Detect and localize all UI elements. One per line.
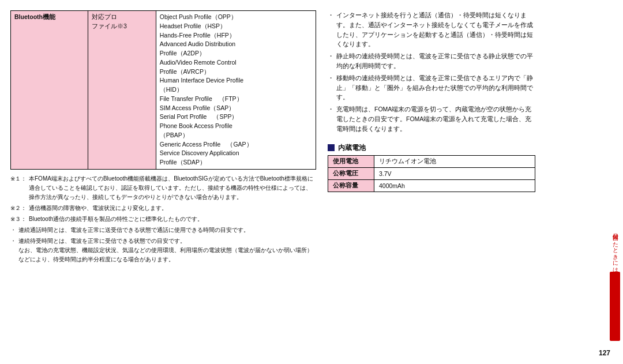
profile-1: Object Push Profile（OPP） [160, 13, 237, 20]
battery-row-2: 公称電圧 3.7V [328, 167, 535, 179]
footnote-4: ・ 連続通話時間とは、電波を正常に送受信できる状態で通話に使用できる時間の目安で… [10, 226, 316, 235]
footnote-mark-3: ※３： [10, 215, 27, 224]
right-sidebar: 付録 困ったときには [607, 0, 623, 364]
battery-value-3: 4000mAh [374, 179, 535, 192]
profile-4: Advanced Audio DistributionProfile（A2DP） [160, 40, 235, 57]
battery-value-1: リチウムイオン電池 [374, 155, 535, 167]
profile-7: File Transfer Profile （FTP） [160, 95, 243, 102]
bullet-dot-3: ・ [328, 73, 334, 102]
battery-value-2: 3.7V [374, 167, 535, 179]
bullet-item-1: ・ インターネット接続を行うと通話（通信）・待受時間は短くなります。また、通話や… [328, 10, 535, 49]
page-container: Bluetooth機能 対応プロファイル※3 Object Push Profi… [0, 0, 623, 364]
footnote-text-4: 連続通話時間とは、電波を正常に送受信できる状態で通話に使用できる時間の目安です。 [18, 226, 249, 235]
footnote-text-5: 連続待受時間とは、電波を正常に受信できる状態での目安です。なお、電池の充電状態、… [18, 237, 316, 264]
battery-square-icon [328, 144, 335, 151]
battery-label-3: 公称容量 [328, 179, 374, 192]
bullet-dot-2: ・ [328, 51, 334, 71]
footnote-1: ※１： 本FOMA端末およびすべてのBluetooth機能搭載機器は、Bluet… [10, 174, 316, 202]
content-row: Bluetooth機能 対応プロファイル※3 Object Push Profi… [10, 10, 593, 354]
profile-2: Headset Profile（HSP） [160, 22, 226, 29]
footnote-mark-1: ※１： [10, 174, 27, 202]
battery-table: 使用電池 リチウムイオン電池 公称電圧 3.7V 公称容量 4000mAh [328, 155, 535, 192]
bullet-text-1: インターネット接続を行うと通話（通信）・待受時間は短くなります。また、通話やイン… [336, 10, 535, 49]
sidebar-red-bar [610, 272, 620, 341]
bullet-text-4: 充電時間は、FOMA端末の電源を切って、内蔵電池が空の状態から充電したときの目安… [336, 104, 535, 133]
bullet-item-4: ・ 充電時間は、FOMA端末の電源を切って、内蔵電池が空の状態から充電したときの… [328, 104, 535, 133]
bullet-item-3: ・ 移動時の連続待受時間とは、電波を正常に受信できるエリア内で「静止」「移動」と… [328, 73, 535, 102]
profile-11: Generic Access Profile （GAP） [160, 141, 253, 148]
battery-label-1: 使用電池 [328, 155, 374, 167]
profile-3: Hands-Free Profile（HFP） [160, 32, 235, 39]
bullet-dot-1: ・ [328, 10, 334, 49]
footnote-mark-2: ※２： [10, 204, 27, 213]
bullet-item-2: ・ 静止時の連続待受時間とは、電波を正常に受信できる静止状態での平均的な利用時間… [328, 51, 535, 71]
footnote-text-1: 本FOMA端末およびすべてのBluetooth機能搭載機器は、Bluetooth… [29, 174, 316, 202]
battery-row-1: 使用電池 リチウムイオン電池 [328, 155, 535, 167]
bt-header: Bluetooth機能 [11, 11, 88, 170]
bullet-dot-4: ・ [328, 104, 334, 133]
footnote-text-2: 通信機器間の障害物や、電波状況により変化します。 [29, 204, 167, 213]
battery-title-text: 内蔵電池 [338, 143, 366, 153]
battery-label-2: 公称電圧 [328, 167, 374, 179]
sidebar-label-trouble: 困ったときには [611, 231, 618, 269]
footnote-5: ・ 連続待受時間とは、電波を正常に受信できる状態での目安です。なお、電池の充電状… [10, 237, 316, 264]
battery-title: 内蔵電池 [328, 143, 535, 153]
profile-8: SIM Access Profile（SAP） [160, 104, 235, 111]
main-content: Bluetooth機能 対応プロファイル※3 Object Push Profi… [0, 0, 607, 364]
bullet-text-2: 静止時の連続待受時間とは、電波を正常に受信できる静止状態での平均的な利用時間です… [336, 51, 535, 71]
footnote-text-3: Bluetooth通信の接続手順を製品の特性ごとに標準化したものです。 [29, 215, 203, 224]
battery-section: 内蔵電池 使用電池 リチウムイオン電池 公称電圧 3.7V [328, 143, 535, 192]
page-number: 127 [599, 349, 610, 357]
right-column: ・ インターネット接続を行うと通話（通信）・待受時間は短くなります。また、通話や… [322, 10, 535, 354]
footnote-mark-4: ・ [10, 226, 16, 235]
bt-subheader: 対応プロファイル※3 [88, 11, 156, 170]
profile-12: Service Discovery ApplicationProfile（SDA… [160, 149, 239, 166]
left-column: Bluetooth機能 対応プロファイル※3 Object Push Profi… [10, 10, 322, 354]
footnote-2: ※２： 通信機器間の障害物や、電波状況により変化します。 [10, 204, 316, 213]
bluetooth-table: Bluetooth機能 対応プロファイル※3 Object Push Profi… [10, 10, 316, 170]
battery-row-3: 公称容量 4000mAh [328, 179, 535, 192]
bullet-text-3: 移動時の連続待受時間とは、電波を正常に受信できるエリア内で「静止」「移動」と「圏… [336, 73, 535, 102]
profile-6: Human Interface Device Profile（HID） [160, 77, 243, 93]
profile-10: Phone Book Access Profile（PBAP） [160, 122, 232, 138]
bt-profiles: Object Push Profile（OPP） Headset Profile… [156, 11, 316, 170]
footnote-mark-5: ・ [10, 237, 16, 264]
footnotes: ※１： 本FOMA端末およびすべてのBluetooth機能搭載機器は、Bluet… [10, 174, 316, 266]
footnote-3: ※３： Bluetooth通信の接続手順を製品の特性ごとに標準化したものです。 [10, 215, 316, 224]
profile-5: Audio/Video Remote ControlProfile（AVRCP） [160, 59, 237, 75]
bullet-list: ・ インターネット接続を行うと通話（通信）・待受時間は短くなります。また、通話や… [328, 10, 535, 136]
profile-9: Serial Port Profile （SPP） [160, 113, 238, 120]
